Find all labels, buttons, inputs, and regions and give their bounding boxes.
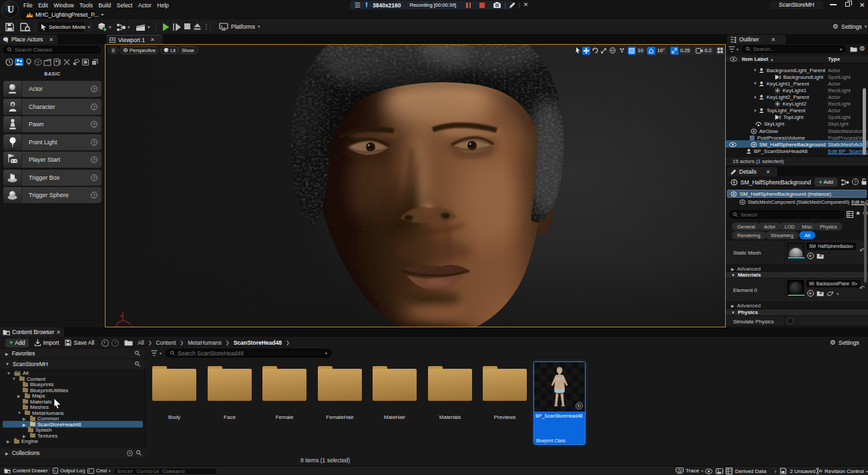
svg-text:z: z (120, 314, 122, 318)
